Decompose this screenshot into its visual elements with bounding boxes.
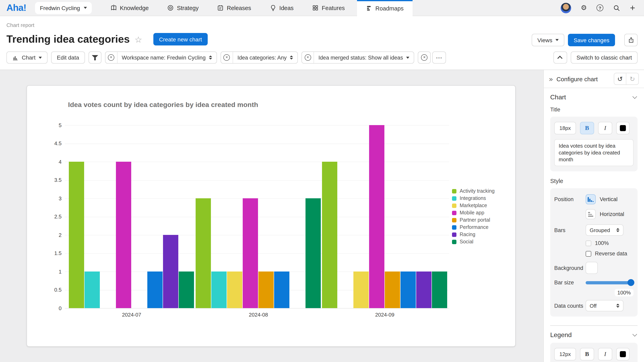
data-counts-dropdown[interactable]: Off [586, 300, 624, 312]
more-filters-button[interactable]: ⋯ [432, 51, 446, 63]
chart-type-button[interactable]: Chart [6, 51, 48, 63]
legend-color-button[interactable] [616, 348, 630, 361]
bar-activity-tracking-2024-07[interactable] [69, 162, 84, 308]
filter-dropdown[interactable]: Idea merged status: Show all ideas [314, 52, 414, 63]
clear-filter-button[interactable]: ✕ [302, 52, 314, 63]
y-axis-tick-label: 1.5 [38, 250, 62, 256]
bar-partner-portal-2024-09[interactable] [385, 272, 400, 308]
bar-racing-2024-07[interactable] [163, 235, 178, 308]
bar-activity-tracking-2024-09[interactable] [322, 162, 337, 308]
views-button[interactable]: Views [532, 34, 564, 46]
position-vertical-option[interactable]: Vertical [586, 194, 624, 205]
report-canvas: Idea votes count by idea categories by i… [0, 70, 544, 362]
bar-performance-2024-08[interactable] [274, 272, 290, 308]
legend-item[interactable]: Performance [452, 224, 495, 231]
caret-down-icon [406, 56, 410, 58]
bar-mobile-app-2024-09[interactable] [369, 125, 384, 308]
bar-activity-tracking-2024-08[interactable] [196, 198, 211, 308]
legend-item[interactable]: Activity tracking [452, 187, 495, 195]
bar-integrations-2024-08[interactable] [211, 272, 226, 308]
legend-swatch [452, 196, 456, 201]
bar-marketplace-2024-08[interactable] [227, 272, 242, 308]
clear-filter-button[interactable]: ✕ [221, 52, 233, 63]
title-italic-button[interactable]: I [598, 122, 612, 134]
filter-chip: ✕Idea merged status: Show all ideas [302, 51, 414, 63]
gridline [65, 125, 449, 125]
legend-swatch [452, 225, 456, 230]
slider-track [586, 281, 634, 284]
bar-integrations-2024-07[interactable] [84, 272, 100, 308]
bar-racing-2024-09[interactable] [416, 272, 432, 308]
bars-dropdown[interactable]: Grouped [586, 225, 624, 236]
legend-italic-button[interactable]: I [598, 348, 612, 361]
filter-dropdown[interactable]: Workspace name: Fredwin Cycling [117, 52, 216, 63]
favorite-star-icon[interactable]: ☆ [135, 35, 142, 44]
reverse-data-option[interactable]: Reverse data [586, 251, 634, 257]
title-color-button[interactable] [616, 122, 630, 134]
collapse-toolbar-button[interactable] [554, 51, 567, 63]
add-icon[interactable]: + [630, 3, 635, 12]
bar-performance-2024-07[interactable] [147, 272, 162, 308]
bar-social-2024-08[interactable] [306, 198, 321, 308]
legend-label: Racing [460, 232, 475, 237]
legend-label: Mobile app [460, 210, 484, 216]
nav-item-releases[interactable]: Releases [217, 0, 251, 16]
create-new-chart-button[interactable]: Create new chart [153, 33, 208, 45]
y-axis-tick-label: 4.5 [38, 140, 62, 146]
reverse-data-label: Reverse data [595, 251, 627, 257]
collapse-panel-icon[interactable]: » [549, 75, 553, 82]
nav-item-knowledge[interactable]: Knowledge [110, 0, 149, 16]
switch-classic-chart-button[interactable]: Switch to classic chart [571, 51, 638, 63]
nav-item-roadmaps[interactable]: Roadmaps [357, 0, 412, 16]
bar-size-slider[interactable] [586, 279, 634, 286]
legend-item[interactable]: Partner portal [452, 216, 495, 224]
legend-item[interactable]: Mobile app [452, 209, 495, 216]
filter-button[interactable] [88, 51, 101, 63]
vertical-label: Vertical [600, 196, 618, 203]
legend-font-size-input[interactable]: 12px [554, 348, 576, 361]
redo-icon[interactable]: ↻ [626, 73, 638, 84]
undo-icon[interactable]: ↺ [614, 73, 626, 84]
filter-label: Idea merged status: Show all ideas [318, 54, 403, 60]
bar-performance-2024-09[interactable] [400, 272, 416, 308]
remove-filter-button[interactable]: ✕ [418, 51, 431, 63]
chart-section-header[interactable]: Chart [550, 94, 638, 101]
filter-dropdown[interactable]: Idea categories: Any [233, 52, 298, 63]
gear-icon[interactable]: ⚙ [581, 4, 587, 11]
clear-filter-button[interactable]: ✕ [105, 52, 117, 63]
legend-item[interactable]: Social [452, 238, 495, 245]
bar-social-2024-07[interactable] [179, 272, 194, 308]
caret-down-icon [84, 7, 87, 9]
search-icon[interactable] [613, 4, 620, 11]
bar-partner-portal-2024-08[interactable] [258, 272, 274, 308]
slider-thumb[interactable] [628, 279, 634, 286]
position-horizontal-option[interactable]: Horizontal [586, 209, 624, 219]
save-changes-button[interactable]: Save changes [568, 34, 615, 46]
hundred-pct-checkbox[interactable] [586, 241, 591, 246]
title-bold-button[interactable]: B [580, 122, 594, 134]
workspace-switcher[interactable]: Fredwin Cycling [35, 2, 92, 14]
reverse-data-checkbox[interactable] [586, 251, 591, 257]
help-icon[interactable]: ? [596, 4, 603, 11]
legend-bold-button[interactable]: B [580, 348, 594, 361]
hundred-pct-option[interactable]: 100% [586, 240, 634, 246]
background-color-button[interactable] [586, 262, 598, 274]
user-avatar[interactable] [561, 2, 571, 13]
title-text-input[interactable]: Idea votes count by idea categories by i… [554, 139, 634, 166]
bar-social-2024-09[interactable] [432, 272, 447, 308]
share-button[interactable] [624, 34, 638, 46]
bar-mobile-app-2024-08[interactable] [243, 198, 258, 308]
nav-item-strategy[interactable]: Strategy [167, 0, 199, 16]
legend-item[interactable]: Racing [452, 231, 495, 238]
legend-item[interactable]: Integrations [452, 195, 495, 202]
legend-item[interactable]: Marketplace [452, 202, 495, 209]
nav-item-features[interactable]: Features [312, 0, 345, 16]
title-font-size-input[interactable]: 18px [554, 122, 576, 134]
edit-data-button[interactable]: Edit data [51, 51, 85, 63]
nav-item-ideas[interactable]: Ideas [270, 0, 294, 16]
chevron-up-icon [557, 55, 562, 60]
legend-section-header[interactable]: Legend [550, 332, 638, 339]
bar-marketplace-2024-09[interactable] [354, 272, 369, 308]
calendar-icon [217, 4, 224, 11]
bar-mobile-app-2024-07[interactable] [116, 162, 131, 308]
